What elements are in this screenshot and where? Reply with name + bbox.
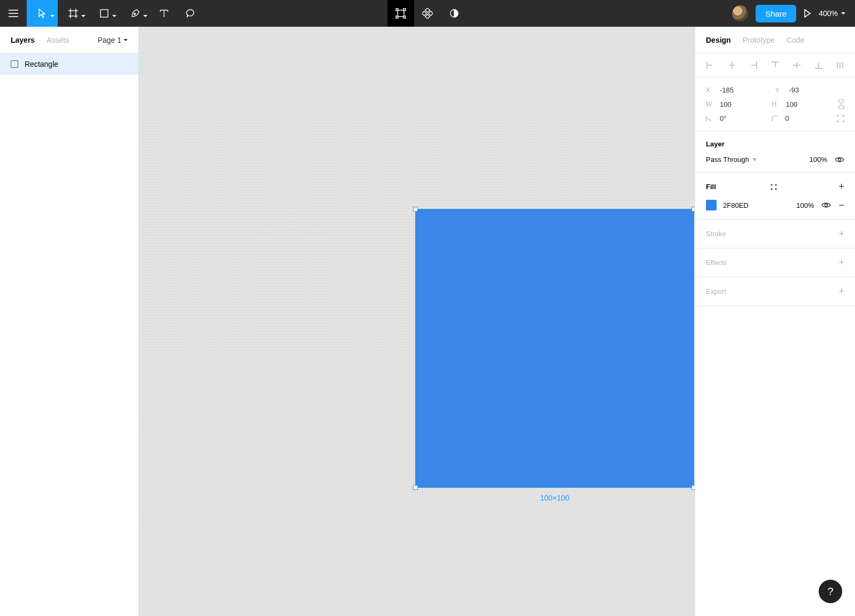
comment-tool[interactable] bbox=[177, 0, 204, 27]
page-selector[interactable]: Page 1 bbox=[98, 36, 128, 44]
w-field[interactable]: W100 bbox=[706, 100, 772, 108]
align-bottom-icon[interactable] bbox=[814, 61, 823, 69]
present-button[interactable] bbox=[804, 9, 811, 18]
add-effect-button[interactable]: + bbox=[838, 257, 844, 268]
layer-title: Layer bbox=[706, 140, 844, 148]
fill-opacity[interactable]: 100% bbox=[796, 201, 814, 209]
cursor-icon bbox=[38, 9, 46, 18]
svg-point-42 bbox=[771, 188, 772, 190]
text-icon bbox=[160, 9, 168, 18]
resize-handle-tl[interactable] bbox=[413, 207, 418, 212]
fill-styles-icon[interactable] bbox=[771, 184, 777, 190]
tab-design[interactable]: Design bbox=[706, 36, 731, 44]
top-toolbar: Share 400% Edit Object bbox=[0, 0, 855, 27]
resize-handle-bl[interactable] bbox=[413, 485, 418, 490]
svg-rect-16 bbox=[396, 16, 398, 18]
canvas[interactable]: 100×100 bbox=[139, 27, 695, 616]
svg-point-41 bbox=[775, 184, 776, 185]
layer-visibility-icon[interactable] bbox=[835, 157, 844, 163]
selected-rectangle[interactable]: 100×100 bbox=[416, 209, 694, 487]
comment-icon bbox=[186, 9, 196, 18]
align-right-icon[interactable] bbox=[749, 61, 758, 69]
fill-hex[interactable]: 2F80ED bbox=[723, 201, 749, 209]
pen-tool[interactable] bbox=[120, 0, 151, 27]
frame-tool[interactable] bbox=[58, 0, 89, 27]
align-toolbar bbox=[695, 53, 855, 77]
fill-title: Fill bbox=[706, 183, 716, 191]
svg-point-43 bbox=[775, 188, 776, 190]
align-vcenter-icon[interactable] bbox=[792, 61, 801, 69]
svg-point-8 bbox=[134, 13, 136, 15]
add-fill-button[interactable]: + bbox=[838, 181, 844, 192]
svg-rect-21 bbox=[429, 11, 433, 15]
fill-visibility-icon[interactable] bbox=[821, 202, 831, 208]
corner-radius-field[interactable]: 0 bbox=[772, 114, 837, 122]
svg-rect-13 bbox=[398, 10, 404, 17]
align-top-icon[interactable] bbox=[771, 61, 780, 69]
frame-icon bbox=[68, 9, 78, 18]
add-stroke-button[interactable]: + bbox=[838, 228, 844, 239]
mask-icon bbox=[449, 9, 459, 18]
text-tool[interactable] bbox=[151, 0, 177, 27]
section-export: Export+ bbox=[695, 277, 855, 306]
components-icon bbox=[422, 8, 433, 19]
layer-name: Rectangle bbox=[25, 60, 58, 68]
svg-point-40 bbox=[771, 184, 772, 185]
mask-tool[interactable] bbox=[441, 0, 468, 27]
selection-dimensions: 100×100 bbox=[540, 494, 570, 502]
svg-rect-19 bbox=[425, 14, 430, 19]
rotation-field[interactable]: 0° bbox=[706, 114, 772, 122]
tab-layers[interactable]: Layers bbox=[11, 36, 35, 44]
resize-handle-tr[interactable] bbox=[691, 207, 695, 212]
components-tool[interactable] bbox=[414, 0, 441, 27]
svg-rect-17 bbox=[403, 16, 406, 18]
user-avatar[interactable] bbox=[732, 5, 748, 21]
link-dimensions-icon[interactable] bbox=[838, 99, 844, 109]
y-field[interactable]: Y-93 bbox=[775, 86, 845, 94]
move-tool[interactable] bbox=[27, 0, 58, 27]
svg-rect-20 bbox=[422, 11, 426, 15]
rectangle-layer-icon bbox=[11, 60, 18, 68]
svg-point-44 bbox=[825, 204, 828, 207]
add-export-button[interactable]: + bbox=[838, 286, 844, 297]
rectangle-icon bbox=[100, 9, 108, 18]
zoom-selector[interactable]: 400% bbox=[819, 9, 845, 18]
tab-code[interactable]: Code bbox=[787, 36, 804, 44]
section-stroke: Stroke+ bbox=[695, 220, 855, 248]
section-effects: Effects+ bbox=[695, 248, 855, 277]
tab-prototype[interactable]: Prototype bbox=[743, 36, 775, 44]
left-panel: Layers Assets Page 1 Rectangle bbox=[0, 27, 139, 616]
svg-rect-14 bbox=[396, 9, 398, 11]
play-icon bbox=[804, 9, 811, 18]
resize-handle-br[interactable] bbox=[691, 485, 695, 490]
right-panel: Design Prototype Code X-185 Y-93 W100 H1… bbox=[695, 27, 855, 616]
svg-rect-7 bbox=[100, 10, 108, 17]
section-layer: Layer Pass Through 100% bbox=[695, 131, 855, 173]
shape-tool[interactable] bbox=[89, 0, 120, 27]
align-left-icon[interactable] bbox=[706, 61, 714, 69]
zoom-value: 400% bbox=[819, 9, 838, 18]
tab-assets[interactable]: Assets bbox=[46, 36, 69, 44]
layer-opacity[interactable]: 100% bbox=[810, 155, 827, 163]
share-button[interactable]: Share bbox=[756, 5, 796, 22]
edit-object-icon bbox=[395, 8, 406, 19]
distribute-icon[interactable] bbox=[836, 61, 844, 69]
fill-swatch[interactable] bbox=[706, 200, 717, 210]
section-fill: Fill + 2F80ED 100% − bbox=[695, 173, 855, 220]
menu-button[interactable] bbox=[0, 0, 27, 27]
align-hcenter-icon[interactable] bbox=[728, 61, 736, 69]
svg-point-39 bbox=[838, 158, 841, 161]
edit-object-tool[interactable] bbox=[387, 0, 414, 27]
blend-mode[interactable]: Pass Through bbox=[706, 155, 757, 163]
section-transform: X-185 Y-93 W100 H100 0° 0 bbox=[695, 77, 855, 131]
svg-rect-15 bbox=[403, 9, 406, 11]
h-field[interactable]: H100 bbox=[772, 100, 838, 108]
svg-rect-18 bbox=[425, 8, 430, 12]
pen-icon bbox=[130, 9, 140, 18]
independent-corners-icon[interactable] bbox=[837, 115, 844, 122]
x-field[interactable]: X-185 bbox=[706, 86, 775, 94]
help-button[interactable]: ? bbox=[819, 580, 842, 603]
hamburger-icon bbox=[9, 10, 18, 17]
layer-row[interactable]: Rectangle bbox=[0, 53, 138, 75]
